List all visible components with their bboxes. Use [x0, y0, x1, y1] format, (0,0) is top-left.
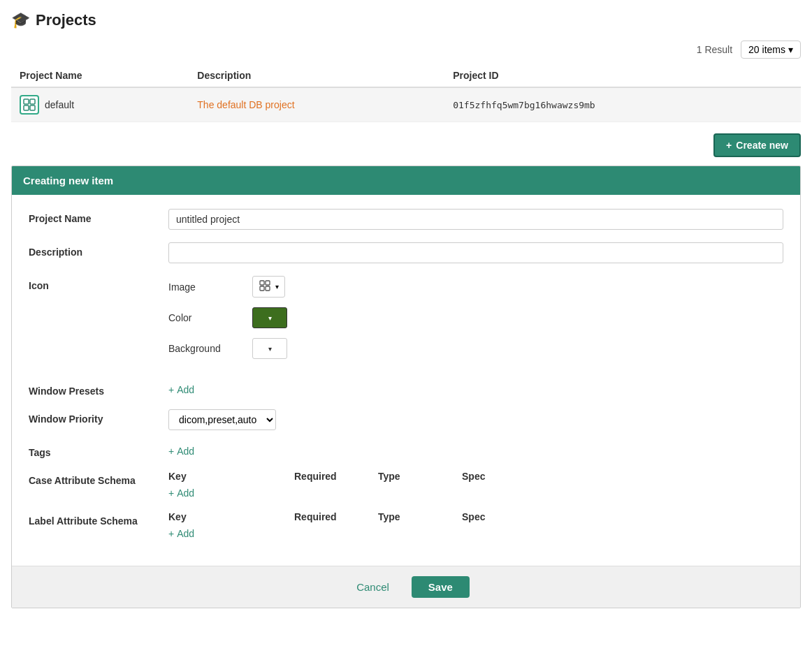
icon-color-button[interactable]: ▾	[252, 307, 287, 328]
project-id-cell: 01f5zfhfq5wm7bg16hwawzs9mb	[444, 87, 801, 122]
case-attr-schema-header: Key Required Type Spec	[168, 471, 783, 485]
create-form-panel: Creating new item Project Name Descripti…	[11, 166, 801, 608]
tags-row: Tags + Add	[29, 443, 783, 458]
window-priority-row: Window Priority dicom,preset,auto	[29, 409, 783, 430]
case-attr-type-col: Type	[378, 471, 462, 482]
icon-color-label: Color	[168, 312, 252, 323]
icon-image-chevron: ▾	[275, 283, 279, 291]
add-label-attr-label: Add	[177, 528, 194, 539]
cancel-button[interactable]: Cancel	[342, 576, 403, 598]
case-attr-spec-col: Spec	[462, 471, 783, 482]
icon-bg-label: Background	[168, 343, 252, 354]
tags-control: + Add	[168, 443, 783, 457]
icon-image-label: Image	[168, 281, 252, 293]
window-presets-label: Window Presets	[29, 381, 168, 397]
case-attr-control: Key Required Type Spec + Add	[168, 471, 783, 499]
bg-chevron-icon: ▾	[268, 345, 272, 353]
save-button[interactable]: Save	[412, 576, 470, 598]
items-per-page-dropdown[interactable]: 20 items ▾	[741, 41, 801, 59]
label-attr-type-col: Type	[378, 511, 462, 522]
window-priority-label: Window Priority	[29, 409, 168, 425]
project-icon	[20, 95, 39, 115]
icon-section: Image ▾	[168, 276, 783, 369]
table-header-row: Project Name Description Project ID	[11, 64, 801, 87]
description-input[interactable]	[168, 242, 783, 263]
plus-icon-tags: +	[168, 446, 174, 457]
color-chevron-icon: ▾	[268, 314, 272, 322]
tags-add-link[interactable]: + Add	[168, 443, 783, 457]
description-control	[168, 242, 783, 263]
create-btn-area: + Create new	[11, 133, 801, 166]
window-priority-select[interactable]: dicom,preset,auto	[168, 409, 276, 430]
top-controls: 1 Result 20 items ▾	[11, 41, 801, 59]
page-header: 🎓 Projects	[11, 11, 801, 29]
svg-rect-4	[260, 281, 264, 285]
case-attr-add-link[interactable]: + Add	[168, 485, 783, 499]
svg-rect-7	[266, 286, 270, 291]
plus-icon-case-attr: +	[168, 487, 174, 499]
create-new-label: Create new	[736, 140, 788, 151]
project-description: The default DB project	[197, 99, 294, 110]
window-presets-add-link[interactable]: + Add	[168, 381, 783, 395]
result-count: 1 Result	[697, 44, 732, 55]
case-attr-required-col: Required	[294, 471, 378, 482]
project-name-cell: default	[11, 87, 189, 122]
window-presets-control: + Add	[168, 381, 783, 395]
add-tags-label: Add	[177, 446, 194, 457]
project-name-control	[168, 209, 783, 230]
page-title: Projects	[36, 11, 96, 29]
col-project-name: Project Name	[11, 64, 189, 87]
add-case-attr-label: Add	[177, 487, 194, 499]
project-description-cell: The default DB project	[189, 87, 444, 122]
items-count-label: 20 items	[748, 44, 785, 55]
form-panel-body: Project Name Description Icon Image	[12, 195, 800, 566]
icon-image-icon	[259, 279, 271, 294]
description-label: Description	[29, 242, 168, 258]
icon-image-button[interactable]: ▾	[252, 276, 285, 298]
col-description: Description	[189, 64, 444, 87]
label-attr-schema-header: Key Required Type Spec	[168, 511, 783, 525]
window-presets-row: Window Presets + Add	[29, 381, 783, 397]
project-name-row: Project Name	[29, 209, 783, 230]
case-attr-key-col: Key	[168, 471, 294, 482]
icon-color-row: Color ▾	[168, 307, 783, 328]
project-name-input[interactable]	[168, 209, 783, 230]
svg-rect-3	[30, 105, 35, 110]
icon-label: Icon	[29, 276, 168, 291]
form-panel-header: Creating new item	[12, 166, 800, 195]
plus-icon-label-attr: +	[168, 528, 174, 539]
case-attr-schema-row: Case Attribute Schema Key Required Type …	[29, 471, 783, 499]
icon-bg-row: Background ▾	[168, 338, 783, 359]
description-row: Description	[29, 242, 783, 263]
project-name-label: Project Name	[29, 209, 168, 224]
case-attr-label: Case Attribute Schema	[29, 471, 168, 486]
label-attr-spec-col: Spec	[462, 511, 783, 522]
label-attr-required-col: Required	[294, 511, 378, 522]
label-attr-label: Label Attribute Schema	[29, 511, 168, 527]
col-project-id: Project ID	[444, 64, 801, 87]
window-priority-control: dicom,preset,auto	[168, 409, 783, 430]
hat-icon: 🎓	[11, 11, 30, 29]
icon-bg-button[interactable]: ▾	[252, 338, 287, 359]
svg-rect-1	[30, 99, 35, 104]
svg-rect-6	[260, 286, 264, 291]
label-attr-key-col: Key	[168, 511, 294, 522]
form-footer: Cancel Save	[12, 566, 800, 608]
create-new-button[interactable]: + Create new	[713, 133, 801, 157]
form-header-label: Creating new item	[23, 175, 113, 186]
plus-icon: +	[726, 140, 732, 151]
project-id: 01f5zfhfq5wm7bg16hwawzs9mb	[453, 100, 595, 110]
label-attr-schema-row: Label Attribute Schema Key Required Type…	[29, 511, 783, 539]
icon-row: Icon Image ▾	[29, 276, 783, 369]
tags-label: Tags	[29, 443, 168, 458]
label-attr-control: Key Required Type Spec + Add	[168, 511, 783, 539]
svg-rect-2	[24, 105, 29, 110]
project-name: default	[45, 99, 74, 110]
table-row[interactable]: default The default DB project 01f5zfhfq…	[11, 87, 801, 122]
label-attr-add-link[interactable]: + Add	[168, 525, 783, 539]
projects-table: Project Name Description Project ID de	[11, 64, 801, 122]
add-presets-label: Add	[177, 384, 194, 395]
items-chevron-icon: ▾	[788, 44, 793, 55]
svg-rect-5	[266, 281, 270, 285]
icon-image-row: Image ▾	[168, 276, 783, 298]
